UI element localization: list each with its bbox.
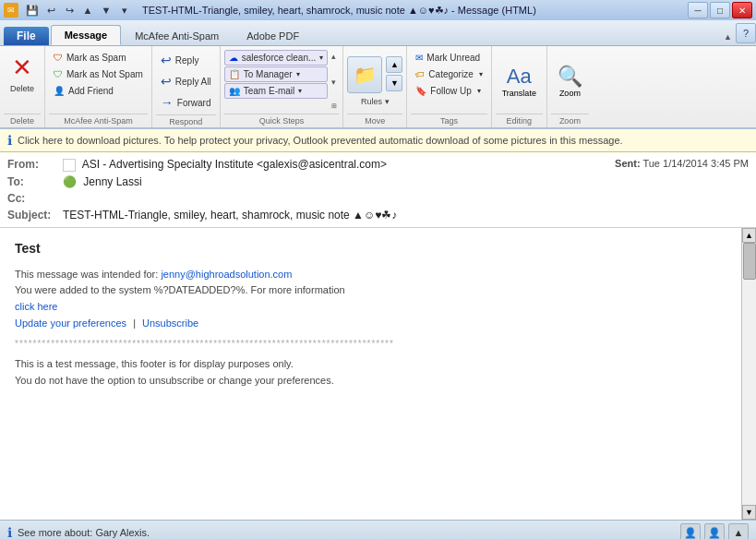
unsubscribe-link[interactable]: Unsubscribe: [142, 317, 198, 329]
email-body-heading: Test: [15, 241, 726, 256]
follow-up-button[interactable]: 🔖 Follow Up: [411, 83, 486, 99]
forward-icon: →: [161, 95, 174, 110]
categorize-button[interactable]: 🏷 Categorize: [411, 66, 486, 82]
delete-icon: ✕: [12, 54, 32, 82]
cc-label: Cc:: [7, 192, 63, 205]
add-friend-button[interactable]: 👤 Add Friend: [49, 83, 148, 99]
footer-line1: This is a test message, this footer is f…: [15, 356, 726, 373]
vertical-scrollbar[interactable]: ▲ ▼: [741, 228, 756, 520]
to-label: To:: [7, 175, 63, 188]
title-bar-text: TEST-HTML-Triangle, smiley, heart, shamr…: [135, 5, 686, 17]
down-arrow-icon[interactable]: ▼: [98, 2, 114, 18]
add-friend-icon: 👤: [54, 86, 65, 96]
scroll-down-button[interactable]: ▼: [742, 505, 756, 520]
help-button[interactable]: ?: [736, 23, 756, 43]
categorize-icon: 🏷: [415, 69, 425, 79]
ribbon-section-zoom: 🔍 Zoom Zoom: [547, 46, 593, 127]
person2-button[interactable]: 👤: [704, 523, 725, 539]
reply-all-button[interactable]: ↩ Reply All: [156, 71, 216, 91]
info-message: Click here to download pictures. To help…: [18, 135, 623, 146]
move-up-button[interactable]: ▲: [386, 56, 402, 73]
email-preferences-line: Update your preferences | Unsubscribe: [15, 316, 726, 332]
team-email-icon: 👥: [229, 86, 240, 96]
reply-icon: ↩: [161, 53, 172, 67]
info-icon: ℹ: [7, 133, 12, 148]
info-bar[interactable]: ℹ Click here to download pictures. To he…: [0, 129, 756, 152]
ribbon-section-editing: Aa Translate Editing: [492, 46, 547, 127]
email-header: From: ASI - Advertising Specialty Instit…: [0, 152, 756, 228]
subject-label: Subject:: [7, 209, 63, 222]
mark-unread-button[interactable]: ✉ Mark Unread: [411, 50, 486, 66]
team-email-button[interactable]: 👥 Team E-mail ▾: [224, 83, 329, 99]
redo-icon[interactable]: ↪: [61, 2, 78, 18]
from-value: ASI - Advertising Specialty Institute <g…: [63, 158, 615, 172]
move-down-button[interactable]: ▼: [386, 75, 402, 91]
zoom-icon: 🔍: [558, 65, 582, 89]
spam-icon: 🛡: [54, 53, 63, 63]
scroll-thumb[interactable]: [743, 243, 756, 280]
tab-message[interactable]: Message: [51, 25, 121, 45]
email-body: Test This message was intended for: jenn…: [0, 228, 741, 520]
customize-icon[interactable]: ▾: [116, 2, 133, 18]
from-label: From:: [7, 158, 63, 171]
translate-icon: Aa: [507, 65, 532, 89]
collapse-ribbon-icon[interactable]: ▲: [720, 29, 736, 45]
person1-button[interactable]: 👤: [680, 523, 701, 539]
move-icon: 📁: [354, 64, 377, 86]
salesforce-icon: ☁: [229, 53, 238, 63]
status-info-icon: ℹ: [7, 525, 12, 539]
click-here-link[interactable]: click here: [15, 301, 57, 312]
mark-unread-icon: ✉: [415, 53, 423, 63]
close-button[interactable]: ✕: [732, 2, 752, 18]
tab-adobepdf[interactable]: Adobe PDF: [233, 26, 313, 45]
update-preferences-link[interactable]: Update your preferences: [15, 317, 126, 329]
ribbon-section-tags: ✉ Mark Unread 🏷 Categorize 🔖 Follow Up T…: [407, 46, 491, 127]
mark-as-spam-button[interactable]: 🛡 Mark as Spam: [49, 50, 148, 66]
status-message: See more about: Gary Alexis.: [18, 527, 150, 538]
forward-button[interactable]: → Forward: [156, 92, 216, 113]
ribbon-section-delete: ✕ Delete Delete: [0, 46, 45, 127]
move-to-folder-button[interactable]: 📁: [347, 56, 382, 93]
reply-button[interactable]: ↩ Reply: [156, 50, 216, 70]
tab-file[interactable]: File: [4, 27, 49, 45]
scroll-up-status-button[interactable]: ▲: [728, 523, 749, 539]
tab-mcafee[interactable]: McAfee Anti-Spam: [121, 26, 233, 45]
follow-up-icon: 🔖: [415, 86, 426, 96]
maximize-button[interactable]: □: [710, 2, 730, 18]
salesforce-clean-button[interactable]: ☁ salesforce clean... ▾: [224, 50, 329, 66]
quicksteps-expand-button[interactable]: ▴ ▾ ⊞: [330, 50, 339, 112]
to-manager-button[interactable]: 📋 To Manager ▾: [224, 66, 329, 82]
translate-button[interactable]: Aa Translate: [496, 61, 543, 102]
subject-value: TEST-HTML-Triangle, smiley, heart, shamr…: [63, 209, 749, 222]
email-click-here[interactable]: click here: [15, 299, 726, 316]
scroll-track: [742, 243, 756, 505]
ribbon-section-move: 📁 ▲ ▼ Rules ▾ Move: [343, 46, 407, 127]
delete-button[interactable]: ✕ Delete: [4, 50, 41, 97]
status-bar: ℹ See more about: Gary Alexis. 👤 👤 ▲: [0, 520, 756, 539]
divider: ****************************************…: [15, 339, 726, 349]
minimize-button[interactable]: ─: [688, 2, 708, 18]
ribbon-section-respond: ↩ Reply ↩ Reply All → Forward Respond: [152, 46, 221, 127]
email-intro: This message was intended for: jenny@hig…: [15, 267, 726, 283]
scroll-up-button[interactable]: ▲: [742, 228, 756, 243]
ribbon-section-mcafee: 🛡 Mark as Spam 🛡 Mark as Not Spam 👤 Add …: [45, 46, 152, 127]
to-manager-icon: 📋: [229, 69, 240, 79]
reply-all-icon: ↩: [161, 74, 172, 89]
to-value: 🟢 Jenny Lassi: [63, 175, 749, 188]
footer-line2: You do not have the option to unsubscrib…: [15, 373, 726, 389]
up-arrow-icon[interactable]: ▲: [79, 2, 96, 18]
mark-as-not-spam-button[interactable]: 🛡 Mark as Not Spam: [49, 66, 148, 82]
app-icon: ✉: [4, 3, 18, 18]
move-rules-button[interactable]: Rules ▾: [361, 97, 390, 106]
email-link[interactable]: jenny@highroadsolution.com: [161, 269, 292, 280]
sent-value: Sent: Tue 1/14/2014 3:45 PM: [615, 158, 749, 169]
save-icon[interactable]: 💾: [24, 2, 41, 18]
undo-icon[interactable]: ↩: [42, 2, 59, 18]
ribbon-section-quicksteps: ☁ salesforce clean... ▾ 📋 To Manager ▾ 👥…: [221, 46, 344, 127]
email-line2: You were added to the system %?DATEADDED…: [15, 282, 726, 299]
zoom-button[interactable]: 🔍 Zoom: [551, 61, 589, 102]
not-spam-icon: 🛡: [54, 69, 63, 79]
